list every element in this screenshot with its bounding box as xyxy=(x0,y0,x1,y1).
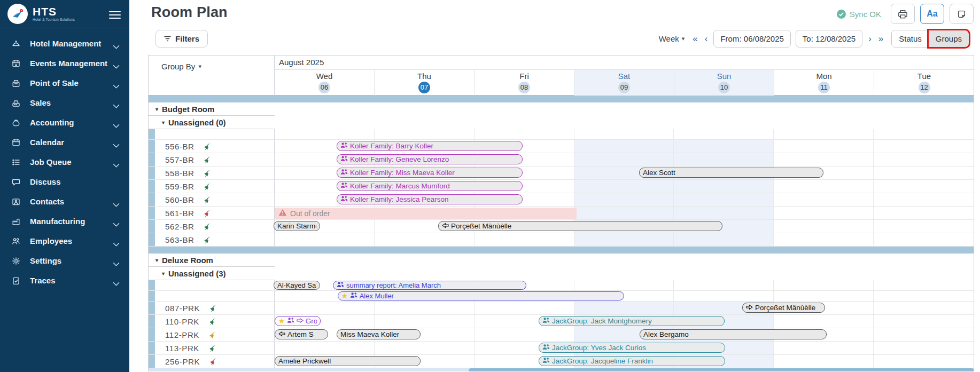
grid-cell[interactable] xyxy=(674,180,774,193)
grid-cell[interactable] xyxy=(574,233,674,246)
booking-bar[interactable]: Alex Bergamo xyxy=(640,329,827,339)
grid-cell[interactable] xyxy=(874,355,974,368)
grid-cell[interactable] xyxy=(375,129,475,139)
grid-cell[interactable] xyxy=(674,193,774,206)
booking-bar[interactable]: Miss Maeva Koller xyxy=(337,329,421,339)
booking-bar[interactable]: Koller Family: Barry Koller xyxy=(337,141,523,151)
group-header-deluxe-room[interactable]: ▾ Deluxe Room xyxy=(149,254,974,267)
grid-cell[interactable] xyxy=(774,193,874,206)
grid-cell[interactable] xyxy=(275,302,375,314)
grid-cell[interactable] xyxy=(574,180,674,193)
grid-cell[interactable] xyxy=(375,233,475,246)
booking-bar[interactable]: Artem S xyxy=(275,329,328,339)
booking-bar[interactable]: ★Group xyxy=(275,316,321,326)
grid-cell[interactable] xyxy=(774,355,874,368)
sidebar-item-point-of-sale[interactable]: Point of Sale xyxy=(0,73,129,93)
grid-cell[interactable] xyxy=(774,153,874,166)
grid-cell[interactable] xyxy=(275,233,375,246)
group-by-dropdown[interactable]: Group By ▾ xyxy=(161,62,201,71)
grid-cell[interactable] xyxy=(874,291,974,301)
out-of-order-band[interactable]: Out of order xyxy=(275,208,577,219)
booking-bar[interactable]: JackGroup: Jacqueline Franklin xyxy=(539,356,725,366)
sidebar-item-employees[interactable]: Employees xyxy=(0,231,129,251)
grid-cell[interactable] xyxy=(874,180,974,193)
status-toggle-button[interactable]: Status xyxy=(892,30,929,47)
group-header-budget-room[interactable]: ▾ Budget Room xyxy=(149,102,974,116)
prev-page-button[interactable]: « xyxy=(691,34,698,43)
grid-cell[interactable] xyxy=(475,233,574,246)
grid-cell[interactable] xyxy=(574,302,674,314)
booking-bar[interactable]: Karin Starme xyxy=(274,221,320,231)
grid-cell[interactable] xyxy=(774,291,874,301)
booking-bar[interactable]: Amelie Prickwell xyxy=(275,356,421,366)
grid-cell[interactable] xyxy=(674,207,774,219)
subgroup-header-unassigned[interactable]: ▾ Unassigned (3) xyxy=(149,267,974,280)
grid-cell[interactable] xyxy=(475,328,574,341)
from-date-input[interactable]: From: 06/08/2025 xyxy=(713,30,790,48)
grid-cell[interactable] xyxy=(375,315,475,328)
grid-cell[interactable] xyxy=(874,153,974,166)
grid-cell[interactable] xyxy=(874,328,974,341)
grid-cell[interactable] xyxy=(774,233,874,246)
booking-bar[interactable]: JackGroup: Jack Montghomery xyxy=(539,316,725,326)
booking-bar[interactable]: Koller Family: Jessica Pearson xyxy=(337,194,523,204)
grid-cell[interactable] xyxy=(774,180,874,193)
sidebar-item-sales[interactable]: Sales xyxy=(0,93,129,113)
sidebar-item-manufacturing[interactable]: Manufacturing xyxy=(0,211,129,231)
grid-cell[interactable] xyxy=(674,291,774,301)
horizontal-scrollbar[interactable] xyxy=(149,368,974,371)
grid-cell[interactable] xyxy=(574,207,674,219)
grid-cell[interactable] xyxy=(774,280,874,290)
booking-bar[interactable]: Alex Scott xyxy=(639,168,823,178)
sidebar-item-discuss[interactable]: Discuss xyxy=(0,172,129,192)
print-button[interactable] xyxy=(891,4,915,24)
grid-cell[interactable] xyxy=(874,129,974,139)
booking-bar[interactable]: ★Alex Muller xyxy=(338,291,624,300)
grid-cell[interactable] xyxy=(674,129,774,139)
font-size-button[interactable]: Aa xyxy=(920,4,944,24)
booking-bar[interactable]: Koller Family: Miss Maeva Koller xyxy=(337,168,523,178)
grid-cell[interactable] xyxy=(874,342,974,354)
scrollbar-thumb[interactable] xyxy=(469,368,974,371)
booking-bar[interactable]: JackGroup: Yves Jack Curios xyxy=(539,343,725,353)
booking-bar[interactable]: Koller Family: Geneve Lorenzo xyxy=(337,154,523,164)
filters-button[interactable]: Filters xyxy=(155,30,208,48)
grid-cell[interactable] xyxy=(275,342,375,354)
sidebar-item-hotel-management[interactable]: Hotel Management xyxy=(0,34,129,53)
grid-cell[interactable] xyxy=(874,140,974,153)
grid-cell[interactable] xyxy=(674,153,774,166)
booking-bar[interactable]: Koller Family: Marcus Mumford xyxy=(337,181,523,191)
grid-cell[interactable] xyxy=(774,207,874,219)
next-page-button[interactable]: » xyxy=(877,34,884,43)
grid-cell[interactable] xyxy=(874,315,974,328)
grid-cell[interactable] xyxy=(674,233,774,246)
sidebar-item-job-queue[interactable]: Job Queue xyxy=(0,152,129,172)
groups-toggle-button[interactable]: Groups xyxy=(929,30,969,47)
grid-cell[interactable] xyxy=(674,140,774,153)
grid-cell[interactable] xyxy=(375,302,475,314)
grid-cell[interactable] xyxy=(574,129,674,139)
grid-cell[interactable] xyxy=(874,207,974,219)
grid-cell[interactable] xyxy=(574,280,674,290)
grid-cell[interactable] xyxy=(375,342,475,354)
booking-bar[interactable]: Al-Kayed Sal xyxy=(274,281,320,290)
grid-cell[interactable] xyxy=(874,302,974,314)
booking-bar[interactable]: summary report: Amelia March xyxy=(333,281,526,290)
grid-cell[interactable] xyxy=(674,280,774,290)
sidebar-item-contacts[interactable]: Contacts xyxy=(0,192,129,211)
notes-button[interactable] xyxy=(950,4,974,24)
subgroup-header-unassigned[interactable]: ▾ Unassigned (0) xyxy=(149,116,974,129)
grid-cell[interactable] xyxy=(574,140,674,153)
prev-button[interactable]: ‹ xyxy=(704,34,709,43)
sidebar-item-settings[interactable]: Settings xyxy=(0,251,129,271)
grid-cell[interactable] xyxy=(874,233,974,246)
grid-cell[interactable] xyxy=(874,280,974,290)
sidebar-item-traces[interactable]: Traces xyxy=(0,271,129,290)
grid-cell[interactable] xyxy=(574,153,674,166)
grid-cell[interactable] xyxy=(475,302,574,314)
grid-cell[interactable] xyxy=(475,129,574,139)
grid-cell[interactable] xyxy=(774,129,874,139)
grid-cell[interactable] xyxy=(874,167,974,179)
sidebar-item-events-management[interactable]: Events Management xyxy=(0,53,129,73)
sidebar-item-calendar[interactable]: Calendar xyxy=(0,132,129,152)
